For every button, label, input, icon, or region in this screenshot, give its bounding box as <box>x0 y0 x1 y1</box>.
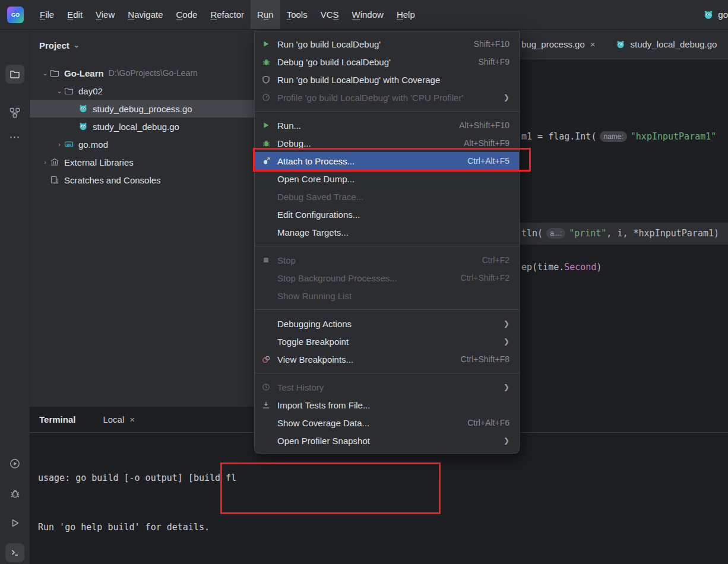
go-mod-icon: go <box>64 140 77 149</box>
string-literal: "hxpInputParam1" <box>631 131 717 142</box>
menu-item-debug-build[interactable]: Debug 'go build LocalDebug' Shift+F9 <box>255 53 519 71</box>
menu-file[interactable]: File <box>33 0 61 29</box>
chevron-right-icon[interactable]: › <box>40 159 50 166</box>
menu-item-label: Show Coverage Data... <box>277 418 369 428</box>
menu-file-label: File <box>40 9 54 20</box>
menu-item-label: Stop Background Processes... <box>277 273 397 283</box>
library-icon <box>50 157 63 167</box>
run-configuration-widget[interactable]: go <box>703 9 728 20</box>
project-panel-title: Project <box>39 40 69 50</box>
menu-edit[interactable]: Edit <box>61 0 89 29</box>
menu-item-shortcut: Shift+F9 <box>478 57 509 66</box>
menu-view[interactable]: View <box>89 0 121 29</box>
submenu-arrow-icon: ❯ <box>504 93 509 102</box>
tree-item-label: Scratches and Consoles <box>64 175 161 185</box>
menu-item-edit-configurations[interactable]: Edit Configurations... <box>255 205 519 223</box>
tree-item-label: go.mod <box>78 140 108 150</box>
menu-item-shortcut: Ctrl+F2 <box>482 255 509 265</box>
menu-item-label: Profile 'go build LocalDebug' with 'CPU … <box>277 93 463 103</box>
menu-item-open-profiler-snapshot[interactable]: Open Profiler Snapshot ❯ <box>255 432 519 449</box>
menu-item-shortcut: Shift+F10 <box>474 39 509 49</box>
menu-navigate[interactable]: Navigate <box>121 0 169 29</box>
menu-item-shortcut: Ctrl+Shift+F2 <box>461 273 509 283</box>
tab-study-local-debug[interactable]: study_local_debug.go <box>616 39 717 49</box>
chevron-right-icon[interactable]: › <box>55 141 64 148</box>
menu-help[interactable]: Help <box>390 0 422 29</box>
menu-vcs[interactable]: VCS <box>314 0 346 29</box>
close-icon[interactable]: × <box>129 414 135 424</box>
menu-item-label: Show Running List <box>277 291 352 301</box>
parameter-hint: name: <box>600 131 626 142</box>
editor-tab-label: bug_process.go <box>521 39 585 49</box>
menu-code[interactable]: Code <box>170 0 204 29</box>
type-reference: Second <box>564 262 596 273</box>
main-menu: File Edit View Navigate Code Refactor Ru… <box>33 0 422 29</box>
menu-item-manage-targets[interactable]: Manage Targets... <box>255 223 519 241</box>
play-icon <box>9 517 21 529</box>
menu-item-label: Open Profiler Snapshot <box>277 436 370 446</box>
menu-tools-label: Tools <box>287 9 308 20</box>
menu-item-run-build[interactable]: Run 'go build LocalDebug' Shift+F10 <box>255 35 519 53</box>
menu-window[interactable]: Window <box>346 0 390 29</box>
submenu-arrow-icon: ❯ <box>504 337 509 346</box>
menu-item-shortcut: Alt+Shift+F10 <box>459 121 509 130</box>
attach-debugger-icon <box>262 157 277 166</box>
string-literal: "print" <box>569 228 606 239</box>
folder-icon <box>50 68 63 78</box>
tab-study-debug-process[interactable]: bug_process.go × <box>521 39 596 49</box>
menu-item-run[interactable]: Run... Alt+Shift+F10 <box>255 116 519 134</box>
run-stripe-button[interactable] <box>5 514 24 533</box>
menu-run[interactable]: Run <box>251 0 280 29</box>
menu-item-import-tests[interactable]: Import Tests from File... <box>255 396 519 414</box>
menu-bar: GO File Edit View Navigate Code Refactor… <box>0 0 728 30</box>
menu-item-open-core-dump[interactable]: Open Core Dump... <box>255 170 519 188</box>
code-line: ep(time.Second) <box>521 260 602 274</box>
terminal-line: usage: go build [-o output] [build fl <box>38 470 728 487</box>
terminal-line: Run 'go help build' for details. <box>38 519 728 536</box>
menu-item-run-coverage[interactable]: Run 'go build LocalDebug' with Coverage <box>255 71 519 88</box>
more-tool-windows-button[interactable]: ⋯ <box>5 128 24 147</box>
gopher-icon <box>703 9 714 20</box>
tree-item-label: day02 <box>78 86 103 96</box>
menu-help-label: Help <box>397 9 415 20</box>
scratches-icon <box>50 175 63 185</box>
menu-item-show-coverage-data[interactable]: Show Coverage Data... Ctrl+Alt+F6 <box>255 414 519 432</box>
chevron-down-icon[interactable]: ⌄ <box>40 69 50 77</box>
menu-item-toggle-breakpoint[interactable]: Toggle Breakpoint ❯ <box>255 332 519 350</box>
menu-item-attach-to-process[interactable]: Attach to Process... Ctrl+Alt+F5 <box>255 152 519 170</box>
services-stripe-button[interactable] <box>5 454 24 473</box>
menu-code-label: Code <box>176 9 198 20</box>
folder-icon <box>64 86 77 96</box>
terminal-stripe-button[interactable] <box>5 543 24 562</box>
menu-item-label: Stop <box>277 255 296 265</box>
run-icon <box>262 121 277 129</box>
structure-stripe-button[interactable] <box>5 103 24 122</box>
goland-logo-icon: GO <box>7 7 24 23</box>
menu-item-view-breakpoints[interactable]: View Breakpoints... Ctrl+Shift+F8 <box>255 350 519 368</box>
terminal-icon <box>9 547 21 559</box>
close-icon[interactable]: × <box>590 39 596 49</box>
code-fragment: tln( <box>521 228 543 239</box>
bug-icon <box>10 488 21 499</box>
menu-navigate-label: Navigate <box>128 9 163 20</box>
menu-edit-label: Edit <box>67 9 83 20</box>
menu-item-stop: Stop Ctrl+F2 <box>255 251 519 269</box>
menu-separator <box>255 373 519 373</box>
debug-stripe-button[interactable] <box>5 484 24 503</box>
menu-refactor[interactable]: Refactor <box>204 0 251 29</box>
tool-window-stripe: ⋯ <box>0 30 30 564</box>
menu-tools[interactable]: Tools <box>280 0 314 29</box>
menu-item-label: Manage Targets... <box>277 227 349 237</box>
chevron-down-icon[interactable]: ⌄ <box>55 87 64 95</box>
menu-item-profile-cpu: Profile 'go build LocalDebug' with 'CPU … <box>255 88 519 106</box>
menu-item-debug[interactable]: Debug... Alt+Shift+F9 <box>255 134 519 152</box>
breakpoints-icon <box>262 355 277 364</box>
menu-item-label: Toggle Breakpoint <box>277 337 349 347</box>
terminal-tab-local[interactable]: Local × <box>103 414 135 424</box>
project-stripe-button[interactable] <box>5 65 24 84</box>
menu-item-label: Test History <box>277 382 324 392</box>
menu-item-debugging-actions[interactable]: Debugging Actions ❯ <box>255 315 519 332</box>
terminal-title: Terminal <box>39 414 75 424</box>
stop-icon <box>262 256 277 264</box>
tree-item-path: D:\GoProjects\Go-Learn <box>109 68 198 78</box>
